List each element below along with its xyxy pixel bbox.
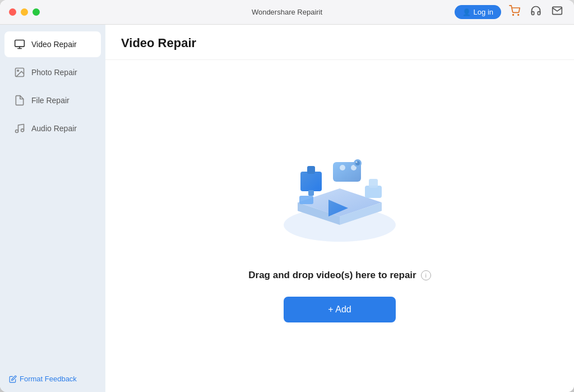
info-icon[interactable]: i: [421, 270, 431, 280]
svg-point-25: [356, 162, 358, 163]
sidebar-label-file: File Repair: [31, 96, 70, 105]
traffic-lights: [9, 8, 40, 16]
sidebar-label-photo: Photo Repair: [31, 68, 77, 77]
video-repair-icon: [13, 38, 26, 50]
drop-text-label: Drag and drop video(s) here to repair: [248, 270, 416, 281]
content-header: Video Repair: [105, 25, 574, 60]
add-button[interactable]: + Add: [284, 297, 396, 322]
svg-point-0: [513, 15, 514, 16]
file-repair-icon: [13, 94, 26, 107]
cart-icon: [509, 7, 520, 19]
svg-rect-15: [307, 166, 315, 174]
login-button[interactable]: 👤 Log in: [455, 5, 501, 19]
sidebar-bottom: Format Feedback: [0, 366, 105, 392]
svg-point-7: [16, 130, 18, 133]
svg-point-1: [518, 15, 519, 16]
sidebar-item-audio-repair[interactable]: Audio Repair: [4, 116, 101, 141]
headset-button[interactable]: [528, 4, 544, 20]
login-label: Log in: [474, 8, 493, 16]
sidebar-label-audio: Audio Repair: [31, 124, 77, 133]
sidebar: Video Repair Photo Repair: [0, 25, 105, 392]
svg-rect-2: [15, 40, 25, 47]
content-body: Drag and drop video(s) here to repair i …: [105, 60, 574, 392]
headset-icon: [530, 7, 541, 19]
mail-button[interactable]: [549, 4, 565, 20]
title-bar-actions: 👤 Log in: [455, 4, 565, 20]
main-layout: Video Repair Photo Repair: [0, 25, 574, 392]
maximize-button[interactable]: [33, 8, 40, 16]
content-area: Video Repair: [105, 25, 574, 392]
svg-rect-14: [300, 172, 322, 191]
svg-rect-16: [308, 190, 314, 196]
svg-point-8: [21, 129, 24, 132]
svg-point-21: [340, 165, 345, 170]
sidebar-label-video: Video Repair: [31, 40, 77, 49]
illustration-svg: [267, 130, 413, 253]
minimize-button[interactable]: [21, 8, 28, 16]
cart-button[interactable]: [507, 4, 522, 20]
photo-repair-icon: [13, 66, 26, 79]
feedback-label: Format Feedback: [20, 375, 77, 383]
mail-icon: [552, 7, 563, 19]
sidebar-item-video-repair[interactable]: Video Repair: [4, 31, 101, 57]
svg-rect-17: [299, 196, 313, 204]
window-title: Wondershare Repairit: [252, 8, 322, 16]
app-window: Wondershare Repairit 👤 Log in: [0, 0, 574, 392]
user-icon: 👤: [462, 8, 471, 16]
audio-repair-icon: [13, 122, 26, 135]
page-title: Video Repair: [121, 36, 558, 50]
close-button[interactable]: [9, 8, 16, 16]
title-bar: Wondershare Repairit 👤 Log in: [0, 0, 574, 25]
sidebar-item-photo-repair[interactable]: Photo Repair: [4, 59, 101, 85]
drop-zone-text: Drag and drop video(s) here to repair i: [248, 270, 430, 281]
svg-point-6: [17, 70, 18, 72]
video-illustration: [267, 130, 413, 253]
svg-rect-19: [369, 179, 378, 188]
format-feedback-link[interactable]: Format Feedback: [9, 375, 96, 383]
feedback-icon: [9, 375, 17, 383]
sidebar-item-file-repair[interactable]: File Repair: [4, 87, 101, 113]
